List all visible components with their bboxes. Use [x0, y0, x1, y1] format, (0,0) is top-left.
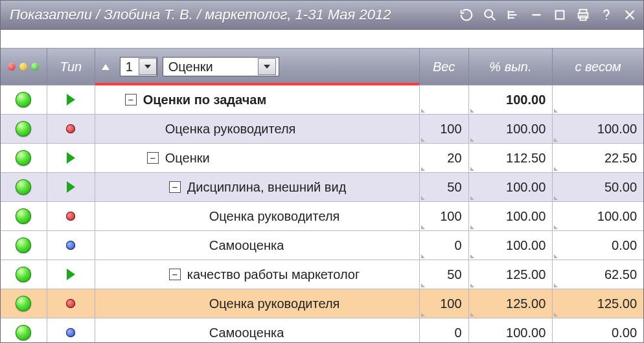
weight-cell[interactable]: 100: [420, 289, 469, 318]
weight-cell[interactable]: 50: [420, 173, 469, 201]
row-label: Оценка руководителя: [165, 122, 296, 137]
header-status[interactable]: [1, 49, 47, 85]
window-title: Показатели / Злобина Т. В. / маркетолог,…: [10, 6, 459, 23]
search-icon[interactable]: [483, 8, 497, 22]
table-row[interactable]: Самооценка0100.000.00: [1, 231, 643, 260]
row-label: качество работы маркетолог: [187, 267, 360, 282]
weight-value: 50: [447, 180, 461, 195]
svg-line-1: [492, 17, 496, 21]
percent-cell[interactable]: 125.00: [469, 289, 553, 318]
header-percent[interactable]: % вып.: [469, 49, 553, 85]
type-cell: [47, 115, 95, 143]
level-spinner[interactable]: 1: [120, 57, 157, 76]
spacer: [1, 30, 643, 48]
percent-value: 112.50: [506, 151, 546, 166]
name-cell[interactable]: Самооценка: [95, 318, 420, 342]
maximize-icon[interactable]: [553, 8, 567, 22]
percent-cell[interactable]: 100.00: [469, 318, 553, 342]
weighted-cell[interactable]: 100.00: [553, 115, 643, 143]
name-cell[interactable]: Оценка руководителя: [95, 289, 420, 318]
percent-value: 100.00: [506, 180, 546, 195]
group-play-icon: [67, 94, 75, 105]
percent-cell[interactable]: 100.00: [469, 231, 553, 260]
status-green-icon: [16, 121, 31, 137]
weighted-cell[interactable]: 50.00: [553, 173, 643, 201]
name-cell[interactable]: Оценка руководителя: [95, 202, 420, 230]
header-weighted[interactable]: с весом: [553, 49, 643, 85]
header-name: 1 Оценки: [95, 49, 420, 85]
percent-cell[interactable]: 100.00: [469, 173, 553, 201]
table-row[interactable]: −качество работы маркетолог50125.0062.50: [1, 260, 643, 289]
table-row[interactable]: Самооценка0100.000.00: [1, 318, 643, 342]
weighted-value: 100.00: [597, 209, 637, 224]
table-row[interactable]: Оценка руководителя100125.00125.00: [1, 289, 643, 318]
sort-asc-icon[interactable]: [102, 64, 109, 70]
weighted-cell[interactable]: 22.50: [553, 144, 643, 172]
header-weight[interactable]: Вес: [420, 49, 469, 85]
weighted-cell[interactable]: 100.00: [553, 202, 643, 230]
status-cell: [1, 318, 47, 342]
status-cell: [1, 144, 47, 172]
help-icon[interactable]: [599, 8, 614, 22]
name-cell[interactable]: −качество работы маркетолог: [95, 260, 420, 289]
status-cell: [1, 260, 47, 289]
collapse-icon[interactable]: −: [169, 181, 181, 193]
table-row[interactable]: −Оценки20112.5022.50: [1, 144, 643, 173]
name-cell[interactable]: Оценка руководителя: [95, 115, 420, 143]
table-row[interactable]: Оценка руководителя100100.00100.00: [1, 115, 643, 144]
collapse-icon[interactable]: −: [169, 269, 181, 280]
weighted-value: 100.00: [597, 122, 637, 137]
status-green-icon: [16, 238, 31, 253]
name-cell[interactable]: −Дисциплина, внешний вид: [95, 173, 420, 201]
refresh-icon[interactable]: [459, 8, 474, 22]
weight-cell[interactable]: 100: [420, 202, 469, 230]
name-combo[interactable]: Оценки: [163, 57, 279, 76]
level-dropdown-button[interactable]: [139, 58, 157, 75]
status-cell: [1, 202, 47, 230]
tree-icon[interactable]: [506, 8, 520, 22]
percent-cell[interactable]: 112.50: [469, 144, 553, 172]
weighted-value: 62.50: [604, 267, 637, 282]
collapse-icon[interactable]: −: [147, 152, 159, 164]
weighted-cell[interactable]: 125.00: [553, 289, 643, 318]
name-cell[interactable]: Самооценка: [95, 231, 420, 260]
percent-cell[interactable]: 100.00: [469, 115, 553, 143]
blue-dot-icon: [66, 241, 75, 250]
weighted-cell[interactable]: 0.00: [553, 231, 643, 260]
print-icon[interactable]: [576, 8, 590, 22]
status-green-icon: [16, 92, 31, 107]
type-cell: [47, 318, 95, 342]
weight-cell[interactable]: [420, 85, 469, 114]
status-cell: [1, 115, 47, 143]
table-row[interactable]: Оценка руководителя100100.00100.00: [1, 202, 643, 231]
weight-cell[interactable]: 50: [420, 260, 469, 289]
table-row[interactable]: −Оценки по задачам100.00: [1, 85, 643, 115]
weighted-cell[interactable]: [553, 85, 643, 114]
percent-value: 100.00: [506, 326, 546, 340]
close-icon[interactable]: [623, 8, 637, 22]
row-label: Самооценка: [209, 238, 284, 253]
name-cell[interactable]: −Оценки по задачам: [95, 85, 420, 114]
status-green-icon: [16, 208, 31, 224]
collapse-icon[interactable]: −: [125, 94, 137, 105]
row-label: Самооценка: [209, 326, 284, 340]
minimize-icon[interactable]: [529, 8, 544, 22]
percent-value: 100.00: [506, 238, 546, 253]
weighted-cell[interactable]: 0.00: [553, 318, 643, 342]
percent-cell[interactable]: 100.00: [469, 85, 553, 114]
weight-cell[interactable]: 0: [420, 231, 469, 260]
weight-cell[interactable]: 0: [420, 318, 469, 342]
blue-dot-icon: [66, 328, 75, 337]
percent-cell[interactable]: 125.00: [469, 260, 553, 289]
weight-cell[interactable]: 100: [420, 115, 469, 143]
name-cell[interactable]: −Оценки: [95, 144, 420, 172]
name-combo-button[interactable]: [258, 58, 276, 75]
weight-value: 20: [447, 151, 461, 166]
type-cell: [47, 260, 95, 289]
svg-point-11: [606, 18, 607, 19]
percent-cell[interactable]: 100.00: [469, 202, 553, 230]
table-row[interactable]: −Дисциплина, внешний вид50100.0050.00: [1, 173, 643, 202]
header-type[interactable]: Тип: [47, 49, 95, 85]
weight-cell[interactable]: 20: [420, 144, 469, 172]
weighted-cell[interactable]: 62.50: [553, 260, 643, 289]
